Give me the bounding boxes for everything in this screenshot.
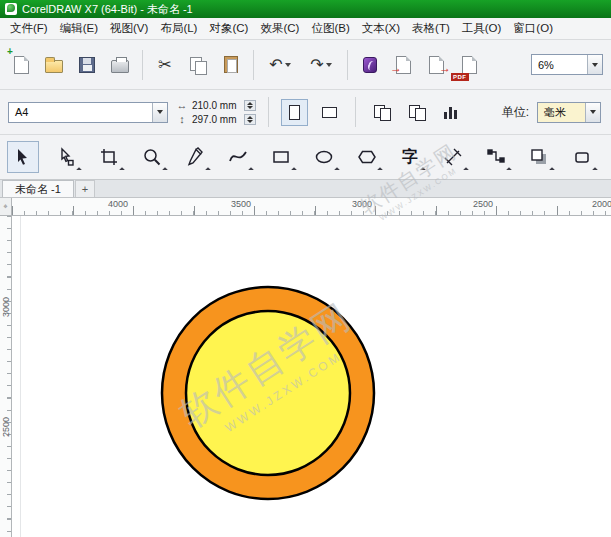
zoom-dropdown-button[interactable] [587, 55, 602, 74]
flyout-indicator-icon[interactable] [119, 167, 125, 173]
ruler-number: 3000 [1, 297, 11, 317]
print-button[interactable] [105, 47, 135, 83]
units-dropdown-button[interactable] [585, 103, 600, 122]
page-height-stepper[interactable] [244, 114, 256, 125]
nudge-offset-button[interactable] [438, 99, 465, 126]
document-tab[interactable]: 未命名 -1 [2, 180, 74, 197]
export-button[interactable]: → [421, 47, 451, 83]
save-floppy-icon [79, 57, 95, 73]
menu-text[interactable]: 文本(X) [356, 19, 406, 38]
undo-button[interactable]: ↶ [261, 47, 299, 83]
redo-dropdown-icon[interactable] [326, 63, 332, 67]
interactive-fill-tool[interactable] [566, 141, 598, 173]
spin-down-icon[interactable] [247, 120, 253, 123]
menu-layout[interactable]: 布局(L) [154, 19, 203, 38]
paste-clipboard-icon [224, 56, 238, 73]
flyout-indicator-icon[interactable] [334, 167, 340, 173]
document-tab-label: 未命名 -1 [15, 182, 61, 197]
connector-tool[interactable] [480, 141, 512, 173]
horizontal-ruler[interactable]: 4000 3500 3000 2500 2000 ⌖ [0, 198, 611, 216]
flyout-indicator-icon[interactable] [248, 167, 254, 173]
drop-shadow-tool[interactable] [523, 141, 555, 173]
spin-up-icon[interactable] [247, 102, 253, 105]
artistic-media-tool[interactable] [222, 141, 254, 173]
page-width-value[interactable]: 210.0 mm [192, 100, 240, 111]
crop-tool[interactable] [93, 141, 125, 173]
menu-table[interactable]: 表格(T) [406, 19, 456, 38]
menu-view[interactable]: 视图(V) [104, 19, 154, 38]
current-page-icon [409, 105, 425, 119]
drawing-canvas[interactable]: 3000 2500 [0, 216, 611, 537]
property-bar: A4 ↔ 210.0 mm ↕ 297.0 mm [0, 90, 611, 135]
page-size-combo[interactable]: A4 [8, 102, 168, 123]
flyout-indicator-icon[interactable] [291, 167, 297, 173]
undo-dropdown-icon[interactable] [285, 63, 291, 67]
flyout-indicator-icon[interactable] [506, 167, 512, 173]
toolbar-separator [142, 50, 143, 80]
current-page-button[interactable] [403, 99, 430, 126]
shape-tool[interactable] [50, 141, 82, 173]
flyout-indicator-icon[interactable] [549, 167, 555, 173]
ruler-origin-button[interactable]: ⌖ [0, 198, 12, 216]
flyout-indicator-icon[interactable] [377, 167, 383, 173]
landscape-button[interactable] [316, 99, 343, 126]
page-width-icon: ↔ [176, 99, 188, 111]
toolbox: 字 [0, 135, 611, 180]
menu-object[interactable]: 对象(C) [203, 19, 254, 38]
toolbar-separator [253, 50, 254, 80]
paste-button[interactable] [216, 47, 246, 83]
zoom-level-value: 6% [532, 59, 587, 71]
inner-circle-shape[interactable] [186, 311, 350, 475]
redo-button[interactable]: ↷ [302, 47, 340, 83]
pick-tool[interactable] [7, 141, 39, 173]
menu-edit[interactable]: 编辑(E) [54, 19, 104, 38]
flyout-indicator-icon[interactable] [76, 167, 82, 173]
page-size-dropdown-button[interactable] [152, 103, 167, 122]
flyout-indicator-icon[interactable] [205, 167, 211, 173]
new-document-button[interactable]: + [6, 47, 36, 83]
zoom-level-combo[interactable]: 6% [531, 54, 603, 75]
plus-icon: + [82, 183, 88, 195]
units-combo[interactable]: 毫米 [537, 102, 601, 123]
page-size-value: A4 [9, 106, 152, 118]
import-button[interactable]: → [388, 47, 418, 83]
coreldraw-window: CorelDRAW X7 (64-Bit) - 未命名 -1 文件(F) 编辑(… [0, 0, 611, 537]
rectangle-tool[interactable] [265, 141, 297, 173]
portrait-button[interactable] [281, 99, 308, 126]
publish-pdf-button[interactable]: PDF [454, 47, 484, 83]
flyout-indicator-icon[interactable] [463, 167, 469, 173]
spin-up-icon[interactable] [247, 116, 253, 119]
copy-button[interactable] [183, 47, 213, 83]
menu-effects[interactable]: 效果(C) [254, 19, 305, 38]
vertical-ruler[interactable]: 3000 2500 [0, 216, 12, 537]
propbar-separator [355, 97, 356, 127]
redo-arrow-icon: ↷ [310, 57, 323, 73]
ruler-number: 3000 [352, 199, 372, 209]
page-height-value[interactable]: 297.0 mm [192, 114, 240, 125]
menu-tools[interactable]: 工具(O) [456, 19, 508, 38]
page-width-stepper[interactable] [244, 100, 256, 111]
text-tool[interactable]: 字 [394, 141, 426, 173]
save-button[interactable] [72, 47, 102, 83]
open-button[interactable] [39, 47, 69, 83]
search-content-button[interactable] [355, 47, 385, 83]
flyout-indicator-icon[interactable] [592, 167, 598, 173]
polygon-tool[interactable] [351, 141, 383, 173]
menu-window[interactable]: 窗口(O) [507, 19, 559, 38]
all-pages-button[interactable] [368, 99, 395, 126]
freehand-tool[interactable] [179, 141, 211, 173]
titlebar: CorelDRAW X7 (64-Bit) - 未命名 -1 [0, 0, 611, 18]
pdf-page-icon [462, 56, 477, 74]
cut-button[interactable]: ✂ [150, 47, 180, 83]
toolbar-separator [347, 50, 348, 80]
spin-down-icon[interactable] [247, 106, 253, 109]
new-page-tab-button[interactable]: + [75, 180, 95, 197]
menu-bitmaps[interactable]: 位图(B) [305, 19, 355, 38]
flyout-indicator-icon[interactable] [162, 167, 168, 173]
zoom-tool[interactable] [136, 141, 168, 173]
flyout-indicator-icon[interactable] [420, 167, 426, 173]
dimension-tool[interactable] [437, 141, 469, 173]
ellipse-tool[interactable] [308, 141, 340, 173]
open-folder-icon [45, 60, 63, 73]
menu-file[interactable]: 文件(F) [4, 19, 54, 38]
